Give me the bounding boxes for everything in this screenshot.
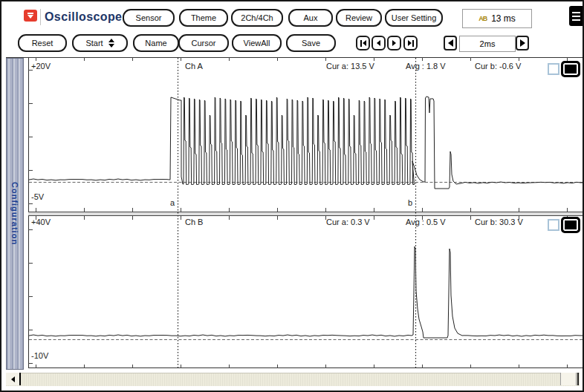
cursor-b-label: b [408,198,412,207]
oscilloscope-window: Oscilloscope Sensor Theme 2Ch/4Ch Aux Re… [0,0,584,392]
scroll-left-button[interactable] [6,373,21,385]
chA-cursor-b-readout: Cur b: -0.6 V [475,62,521,71]
chA-name-label: Ch A [185,62,203,71]
chA-visibility-checkbox[interactable] [548,63,559,75]
chA-avg-readout: Avg : 1.8 V [406,62,446,71]
chB-avg-readout: Avg : 0.5 V [406,218,446,226]
chB-bottom-voltage-label: -10V [31,351,48,360]
chA-bottom-voltage-label: -5V [31,192,44,201]
chA-top-voltage-label: +20V [31,62,51,71]
chB-cursor-b-readout: Cur b: 30.3 V [475,218,523,226]
chB-name-label: Ch B [185,218,203,226]
horizontal-scrollbar-track[interactable] [6,373,580,386]
cursor-a-label: a [170,198,175,207]
chA-color-swatch[interactable] [561,61,580,77]
horizontal-scrollbar-thumb[interactable] [560,373,577,385]
chB-top-voltage-label: +40V [31,218,51,226]
chA-cursor-a-readout: Cur a: 13.5 V [326,62,374,71]
scope-plot-area[interactable] [1,1,584,392]
cursor-a-line[interactable] [175,58,181,368]
scrollbar-end-cap [577,373,579,385]
chB-cursor-a-readout: Cur a: 0.3 V [326,218,370,226]
chB-visibility-checkbox[interactable] [548,219,559,231]
chB-color-swatch[interactable] [561,217,580,233]
cursor-b-line[interactable] [413,58,418,368]
